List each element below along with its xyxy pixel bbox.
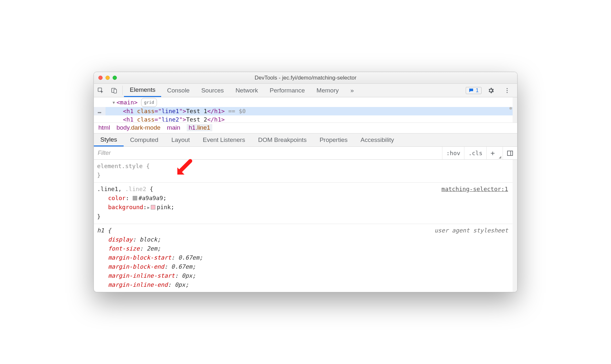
ptab-event-listeners[interactable]: Event Listeners xyxy=(196,134,251,146)
expand-corner-icon[interactable]: ◢ xyxy=(499,155,503,159)
inspect-element-icon[interactable] xyxy=(94,84,107,97)
dom-tree[interactable]: ▾<main> grid … <h1 class="line1">Test 1<… xyxy=(94,97,517,123)
settings-icon[interactable] xyxy=(484,87,498,94)
hov-toggle[interactable]: :hov xyxy=(442,147,464,159)
styles-filter-row: Filter :hov .cls + ◢ xyxy=(94,147,517,160)
tabs-overflow[interactable]: » xyxy=(345,84,360,97)
dom-node-main[interactable]: ▾<main> grid xyxy=(94,98,513,107)
more-icon[interactable] xyxy=(500,87,514,94)
svg-rect-2 xyxy=(114,89,117,93)
close-window-button[interactable] xyxy=(98,76,103,80)
color-swatch-icon[interactable] xyxy=(151,205,155,209)
breadcrumb: html body.dark-mode main h1.line1 xyxy=(94,123,517,133)
color-swatch-icon[interactable] xyxy=(133,196,137,200)
ptab-layout[interactable]: Layout xyxy=(165,134,196,146)
rule-matching-selector[interactable]: matching-selector:1 .line1, .line2 { col… xyxy=(94,183,513,224)
filter-input[interactable]: Filter xyxy=(94,147,442,159)
titlebar: DevTools - jec.fyi/demo/matching-selecto… xyxy=(94,72,517,84)
tab-performance[interactable]: Performance xyxy=(264,84,311,97)
tab-console[interactable]: Console xyxy=(161,84,195,97)
divider xyxy=(122,86,123,95)
window-controls xyxy=(94,76,117,80)
zoom-window-button[interactable] xyxy=(113,76,117,80)
rule-source-link[interactable]: matching-selector:1 xyxy=(441,185,508,194)
tab-memory[interactable]: Memory xyxy=(311,84,345,97)
ptab-computed[interactable]: Computed xyxy=(124,134,165,146)
devtools-window: DevTools - jec.fyi/demo/matching-selecto… xyxy=(94,72,517,292)
tab-elements[interactable]: Elements xyxy=(124,84,161,97)
annotation-arrow-icon xyxy=(175,159,193,177)
dom-node-selected[interactable]: … <h1 class="line1">Test 1</h1> == $0 xyxy=(94,107,513,115)
rule-source-ua: user agent stylesheet xyxy=(434,226,508,235)
grid-badge[interactable]: grid xyxy=(141,98,157,107)
rule-element-style[interactable]: element.style { } xyxy=(94,160,513,183)
rule-user-agent[interactable]: user agent stylesheet h1 { display: bloc… xyxy=(94,224,513,292)
panel-tabs: Elements Console Sources Network Perform… xyxy=(124,84,462,97)
ptab-properties[interactable]: Properties xyxy=(313,134,354,146)
styles-rules: element.style { } matching-selector:1 .l… xyxy=(94,160,517,292)
toolbar-right: 1 xyxy=(462,84,517,97)
crumb-h1[interactable]: h1.line1 xyxy=(187,124,212,131)
svg-point-5 xyxy=(506,92,507,93)
expand-shorthand-icon[interactable]: ▶ xyxy=(147,203,150,212)
cls-toggle[interactable]: .cls xyxy=(464,147,486,159)
dom-node-line2[interactable]: <h1 class="line2">Test 2</h1> xyxy=(94,115,513,123)
expand-arrow-icon[interactable]: ▾ xyxy=(112,98,117,107)
ptab-dom-breakpoints[interactable]: DOM Breakpoints xyxy=(251,134,313,146)
decl-background[interactable]: background:▶pink; xyxy=(97,203,508,212)
ptab-styles[interactable]: Styles xyxy=(94,134,124,146)
styles-pane-tabs: Styles Computed Layout Event Listeners D… xyxy=(94,133,517,147)
decl-color[interactable]: color: #a9a9a9; xyxy=(97,194,508,203)
toggle-sidebar-icon[interactable] xyxy=(503,147,517,159)
scroll-indicator xyxy=(509,107,512,110)
svg-point-3 xyxy=(506,88,507,89)
tab-network[interactable]: Network xyxy=(230,84,264,97)
crumb-html[interactable]: html xyxy=(98,124,110,131)
console-messages-badge[interactable]: 1 xyxy=(466,87,482,94)
main-toolbar: Elements Console Sources Network Perform… xyxy=(94,84,517,97)
ptab-accessibility[interactable]: Accessibility xyxy=(354,134,400,146)
tab-sources[interactable]: Sources xyxy=(195,84,230,97)
ellipsis-icon[interactable]: … xyxy=(94,107,106,115)
new-style-rule-button[interactable]: + xyxy=(486,147,499,159)
messages-count: 1 xyxy=(476,88,479,93)
svg-point-4 xyxy=(506,90,507,91)
crumb-body[interactable]: body.dark-mode xyxy=(117,124,161,131)
svg-rect-6 xyxy=(507,151,513,155)
window-title: DevTools - jec.fyi/demo/matching-selecto… xyxy=(94,75,517,81)
minimize-window-button[interactable] xyxy=(106,76,110,80)
crumb-main[interactable]: main xyxy=(167,124,180,131)
device-toolbar-icon[interactable] xyxy=(107,84,121,97)
